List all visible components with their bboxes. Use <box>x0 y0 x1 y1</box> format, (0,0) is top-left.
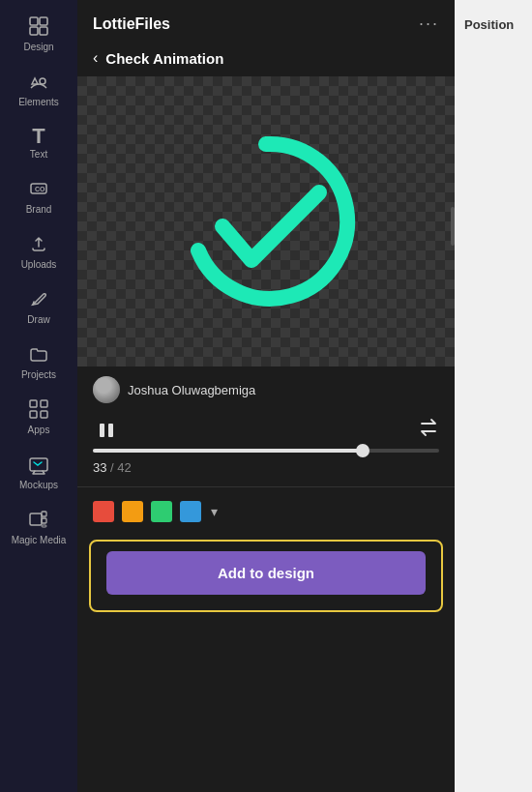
palette-row[interactable]: ▾ <box>77 491 455 532</box>
sidebar-item-apps-label: Apps <box>28 425 50 436</box>
color-swatch-1[interactable] <box>122 501 143 522</box>
draw-icon <box>28 288 49 312</box>
sidebar-item-uploads-label: Uploads <box>21 259 57 271</box>
sidebar-item-elements-label: Elements <box>18 97 59 108</box>
controls-row <box>77 413 455 447</box>
svg-rect-9 <box>30 411 37 418</box>
back-chevron-icon: ‹ <box>93 49 98 67</box>
progress-fill <box>93 449 363 453</box>
projects-icon <box>28 343 49 367</box>
svg-rect-0 <box>30 17 38 25</box>
progress-track[interactable] <box>93 449 439 453</box>
sidebar: Design Elements T Text CO Brand <box>0 0 77 792</box>
panel-title: LottieFiles <box>93 15 170 33</box>
sidebar-item-uploads[interactable]: Uploads <box>5 225 73 279</box>
brand-icon: CO <box>28 178 49 202</box>
color-swatch-0[interactable] <box>93 501 114 522</box>
svg-rect-17 <box>108 424 113 437</box>
uploads-icon <box>28 233 49 257</box>
elements-icon <box>28 71 49 95</box>
sidebar-item-text-label: Text <box>30 149 47 161</box>
sidebar-item-apps[interactable]: Apps <box>5 391 73 444</box>
svg-rect-10 <box>41 411 47 418</box>
author-name: Joshua Oluwagbemiga <box>128 383 255 397</box>
animation-preview <box>77 76 455 367</box>
palette-chevron-icon[interactable]: ▾ <box>211 504 218 519</box>
sidebar-item-brand[interactable]: CO Brand <box>5 170 73 223</box>
color-swatch-3[interactable] <box>180 501 201 522</box>
svg-rect-12 <box>30 513 42 525</box>
sidebar-item-mockups-label: Mockups <box>19 480 58 491</box>
scroll-handle[interactable] <box>451 207 455 246</box>
sidebar-item-draw-label: Draw <box>27 314 49 326</box>
frame-current: 33 <box>93 460 106 475</box>
apps-icon <box>28 398 49 423</box>
repeat-button[interactable] <box>418 417 439 443</box>
sidebar-item-elements[interactable]: Elements <box>5 63 73 116</box>
svg-rect-3 <box>40 27 47 35</box>
add-to-design-button[interactable]: Add to design <box>106 551 426 595</box>
svg-rect-1 <box>40 17 47 25</box>
svg-text:CO: CO <box>35 186 45 192</box>
add-btn-wrapper: Add to design <box>89 540 443 612</box>
check-animation-svg <box>169 125 363 318</box>
mockups-icon <box>28 454 49 478</box>
color-swatch-2[interactable] <box>151 501 172 522</box>
svg-rect-2 <box>30 27 38 35</box>
progress-thumb[interactable] <box>356 444 369 457</box>
sidebar-item-text[interactable]: T Text <box>5 118 73 168</box>
back-label: Check Animation <box>105 50 223 67</box>
sidebar-item-brand-label: Brand <box>26 204 52 216</box>
progress-container <box>77 447 455 456</box>
sidebar-item-design[interactable]: Design <box>5 8 73 61</box>
panel-header: LottieFiles ··· <box>77 0 455 44</box>
sidebar-item-magic-media[interactable]: Magic Media <box>5 501 73 554</box>
dots-menu-button[interactable]: ··· <box>419 14 439 34</box>
frame-total: 42 <box>117 460 131 475</box>
author-row: Joshua Oluwagbemiga <box>77 367 455 413</box>
magic-media-icon <box>28 509 49 533</box>
avatar <box>93 376 120 403</box>
svg-rect-8 <box>41 400 47 407</box>
svg-rect-15 <box>42 525 46 527</box>
frame-counter: 33 / 42 <box>77 456 455 483</box>
main-panel: LottieFiles ··· ‹ Check Animation Joshua… <box>77 0 455 792</box>
right-panel: Position <box>455 0 532 792</box>
text-icon: T <box>32 126 44 147</box>
divider <box>77 486 455 487</box>
right-panel-title: Position <box>455 0 532 49</box>
sidebar-item-projects-label: Projects <box>21 369 56 381</box>
sidebar-item-projects[interactable]: Projects <box>5 336 73 389</box>
back-nav[interactable]: ‹ Check Animation <box>77 44 455 76</box>
sidebar-item-draw[interactable]: Draw <box>5 280 73 334</box>
svg-rect-16 <box>100 424 104 437</box>
sidebar-item-mockups[interactable]: Mockups <box>5 446 73 499</box>
design-icon <box>28 15 49 40</box>
avatar-image <box>93 376 120 403</box>
pause-button[interactable] <box>93 421 120 440</box>
sidebar-item-design-label: Design <box>23 42 53 53</box>
svg-rect-4 <box>40 78 45 84</box>
svg-rect-7 <box>30 400 37 407</box>
sidebar-item-magic-media-label: Magic Media <box>12 535 67 546</box>
